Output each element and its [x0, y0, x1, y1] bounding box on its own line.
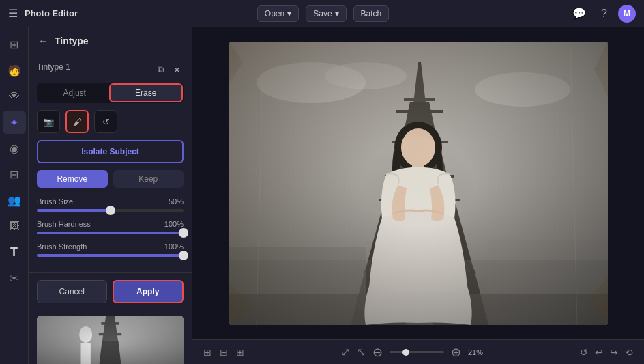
thumbnail-tintype2[interactable]: Tintype 2: [37, 316, 184, 364]
copy-icon-button[interactable]: ⧉: [155, 63, 166, 76]
icon-sidebar: ⊞ 🧑 👁 ✦ ◉ ⊟ 👥 🖼 T ✂: [0, 27, 29, 364]
keep-button[interactable]: Keep: [113, 170, 184, 188]
batch-button[interactable]: Batch: [353, 5, 390, 22]
brush-size-slider-row: Brush Size 50%: [37, 197, 184, 212]
crop-icon[interactable]: ⤡: [357, 346, 366, 359]
brush-strength-thumb[interactable]: [179, 251, 188, 260]
menu-icon[interactable]: ☰: [8, 7, 18, 20]
remove-keep-row: Remove Keep: [37, 170, 184, 188]
panel-body: Tintype 1 ⧉ ✕ Adjust: [29, 55, 192, 364]
sidebar-item-brush[interactable]: ◉: [3, 137, 26, 160]
tintype-section: Tintype 1 ⧉ ✕ Adjust: [29, 55, 192, 272]
remove-button[interactable]: Remove: [37, 170, 108, 188]
brush-strength-value: 100%: [164, 242, 184, 251]
sidebar-item-image[interactable]: 🖼: [3, 214, 26, 238]
app-title: Photo Editor: [25, 8, 78, 18]
close-icon: ✕: [173, 65, 181, 75]
zoom-in-icon[interactable]: ⊕: [451, 345, 461, 360]
action-row: Cancel Apply: [29, 272, 192, 310]
zoom-slider[interactable]: [390, 351, 444, 353]
redo-history-icon[interactable]: ↺: [580, 347, 588, 358]
brush-hardness-track[interactable]: [37, 232, 184, 234]
sidebar-item-text[interactable]: T: [3, 240, 26, 264]
brush-size-thumb[interactable]: [106, 206, 115, 215]
canvas-image-wrapper: [192, 27, 644, 339]
reset-icon: ↺: [102, 117, 110, 127]
tab-adjust[interactable]: Adjust: [39, 85, 111, 101]
brush-strength-track[interactable]: [37, 254, 184, 257]
canvas-area: ⊞ ⊟ ⊞ ⤢ ⤡ ⊖ ⊕ 21% ↺ ↩ ↪ ⟲: [192, 27, 644, 364]
brush-hardness-label: Brush Hardness: [37, 220, 91, 228]
sidebar-item-crop[interactable]: ✂: [3, 266, 26, 290]
zoom-thumb[interactable]: [402, 349, 409, 356]
sidebar-item-adjust[interactable]: ⊟: [3, 163, 26, 186]
panel-back-button[interactable]: ←: [37, 34, 49, 48]
chevron-down-icon: ▾: [287, 9, 291, 18]
fit-to-screen-icon[interactable]: ⤢: [341, 346, 350, 359]
save-button[interactable]: Save ▾: [306, 5, 346, 22]
bottom-center-controls: ⤢ ⤡ ⊖ ⊕ 21%: [341, 345, 483, 360]
brush-size-label: Brush Size: [37, 197, 73, 206]
brush-size-value: 50%: [169, 197, 184, 206]
isolate-subject-button[interactable]: Isolate Subject: [37, 140, 184, 163]
bottom-right-icons: ↺ ↩ ↪ ⟲: [580, 347, 633, 358]
brush-strength-label: Brush Strength: [37, 242, 87, 251]
brush-strength-fill: [37, 254, 184, 257]
brush-tool-button[interactable]: 🖌: [65, 110, 89, 133]
camera-icon: 📷: [43, 117, 54, 127]
brush-icon: 🖌: [73, 117, 82, 127]
copy-bottom-icon[interactable]: ⊟: [220, 347, 228, 358]
panel-title: Tintype: [55, 36, 184, 46]
panel-header: ← Tintype: [29, 27, 192, 55]
apply-button[interactable]: Apply: [113, 280, 184, 303]
chevron-down-icon: ▾: [335, 9, 339, 18]
open-button[interactable]: Open ▾: [257, 5, 299, 22]
sidebar-item-users[interactable]: 👥: [3, 188, 26, 212]
bottom-left-icons: ⊞ ⊟ ⊞: [203, 347, 244, 358]
copy-icon: ⧉: [158, 64, 164, 74]
brush-strength-slider-row: Brush Strength 100%: [37, 242, 184, 257]
sidebar-item-people[interactable]: 🧑: [3, 59, 26, 82]
grid-icon[interactable]: ⊞: [236, 347, 244, 358]
topbar: ☰ Photo Editor Open ▾ Save ▾ Batch 💬 ? M: [0, 0, 644, 27]
tab-row: Adjust Erase: [37, 83, 184, 103]
panel: ← Tintype Tintype 1 ⧉ ✕: [29, 27, 192, 364]
sidebar-item-layers[interactable]: ⊞: [3, 33, 26, 56]
tintype-section-title: Tintype 1: [37, 62, 70, 72]
brush-hardness-thumb[interactable]: [179, 228, 188, 238]
cancel-button[interactable]: Cancel: [37, 280, 107, 303]
sidebar-item-eye[interactable]: 👁: [3, 85, 26, 108]
svg-rect-8: [37, 316, 184, 364]
instagram-filter-button[interactable]: 📷: [37, 110, 60, 133]
main-layout: ⊞ 🧑 👁 ✦ ◉ ⊟ 👥 🖼 T ✂ ← Tintype Tintype 1: [0, 27, 644, 364]
tab-erase[interactable]: Erase: [111, 85, 182, 101]
thumbnail-image: [37, 316, 184, 364]
sidebar-item-effects[interactable]: ✦: [3, 111, 26, 134]
layers-icon[interactable]: ⊞: [203, 347, 211, 358]
zoom-out-icon[interactable]: ⊖: [372, 345, 383, 360]
avatar[interactable]: M: [618, 5, 636, 23]
svg-rect-34: [229, 42, 608, 325]
brush-hardness-value: 100%: [164, 220, 184, 228]
brush-size-fill: [37, 209, 111, 212]
bottom-bar: ⊞ ⊟ ⊞ ⤢ ⤡ ⊖ ⊕ 21% ↺ ↩ ↪ ⟲: [192, 339, 644, 364]
main-canvas-image[interactable]: [229, 42, 608, 325]
zoom-label: 21%: [468, 348, 483, 356]
chat-icon-button[interactable]: 💬: [568, 4, 590, 23]
brush-hardness-fill: [37, 232, 184, 234]
brush-size-track[interactable]: [37, 209, 184, 212]
close-icon-button[interactable]: ✕: [171, 63, 184, 76]
undo-icon[interactable]: ↩: [595, 347, 603, 358]
help-icon-button[interactable]: ?: [597, 5, 611, 23]
redo-icon[interactable]: ↪: [610, 347, 618, 358]
history-icon[interactable]: ⟲: [625, 347, 633, 358]
brush-hardness-slider-row: Brush Hardness 100%: [37, 220, 184, 234]
thumbnail-section: Tintype 2: [29, 310, 192, 364]
tool-icons-row: 📷 🖌 ↺: [37, 110, 184, 133]
reset-tool-button[interactable]: ↺: [94, 110, 117, 133]
